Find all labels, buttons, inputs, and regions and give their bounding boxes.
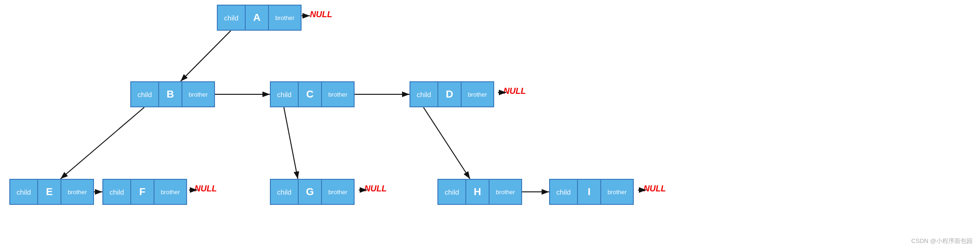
cell-child-B: child: [131, 82, 159, 106]
cell-brother-B: brother: [182, 82, 214, 106]
cell-child-C: child: [271, 82, 299, 106]
node-B: child B brother: [130, 81, 215, 107]
cell-brother-I: brother: [601, 180, 633, 204]
cell-brother-E: brother: [61, 180, 93, 204]
cell-brother-H: brother: [490, 180, 521, 204]
cell-label-E: E: [38, 180, 61, 204]
cell-brother-A: brother: [269, 6, 301, 30]
svg-line-4: [60, 107, 144, 179]
arrow-G-null: [359, 186, 370, 194]
cell-child-A: child: [218, 6, 246, 30]
svg-line-5: [284, 107, 298, 179]
svg-line-6: [423, 107, 470, 179]
arrow-I-null: [638, 186, 649, 194]
cell-label-G: G: [299, 180, 322, 204]
cell-brother-D: brother: [462, 82, 493, 106]
cell-label-A: A: [246, 6, 269, 30]
node-H: child H brother: [437, 179, 522, 205]
cell-child-D: child: [410, 82, 438, 106]
cell-brother-C: brother: [322, 82, 354, 106]
node-A: child A brother: [217, 5, 302, 31]
node-C: child C brother: [270, 81, 355, 107]
cell-child-E: child: [10, 180, 38, 204]
cell-label-F: F: [131, 180, 154, 204]
node-F: child F brother: [102, 179, 187, 205]
node-E: child E brother: [9, 179, 94, 205]
cell-label-D: D: [438, 82, 462, 106]
cell-brother-F: brother: [154, 180, 186, 204]
cell-child-G: child: [271, 180, 299, 204]
arrow-A-null: [302, 12, 313, 20]
node-G: child G brother: [270, 179, 355, 205]
svg-line-1: [181, 31, 231, 81]
cell-brother-G: brother: [322, 180, 354, 204]
node-I: child I brother: [549, 179, 634, 205]
cell-child-H: child: [438, 180, 466, 204]
arrow-D-null: [498, 89, 509, 96]
node-D: child D brother: [409, 81, 494, 107]
cell-label-B: B: [159, 82, 182, 106]
cell-label-I: I: [578, 180, 601, 204]
arrows-layer: [0, 0, 980, 249]
cell-label-H: H: [466, 180, 490, 204]
cell-child-F: child: [103, 180, 131, 204]
arrow-F-null: [189, 186, 200, 194]
cell-label-C: C: [299, 82, 322, 106]
cell-child-I: child: [550, 180, 578, 204]
watermark: CSDN @小程序面包园: [911, 237, 973, 245]
null-A-brother: NULL: [310, 10, 332, 20]
